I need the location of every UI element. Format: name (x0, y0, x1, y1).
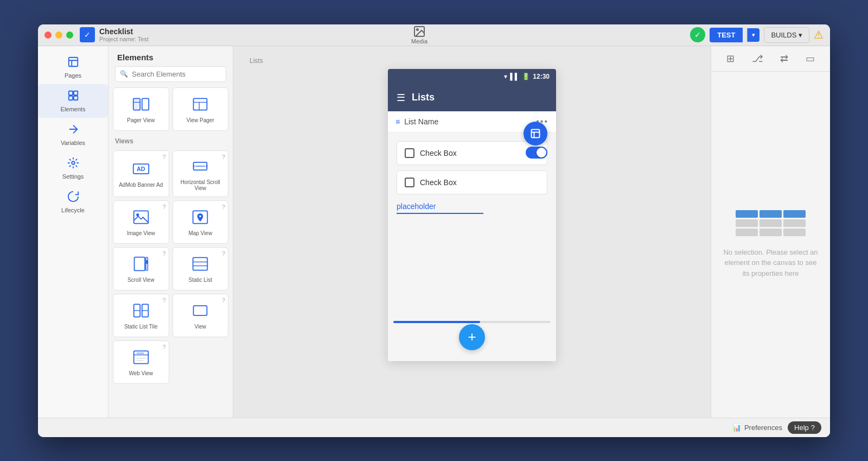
sidebar-item-pages[interactable]: Pages (38, 50, 108, 84)
maximize-button[interactable] (66, 31, 73, 39)
minimize-button[interactable] (55, 31, 62, 39)
svg-rect-8 (73, 96, 77, 99)
close-button[interactable] (44, 31, 52, 39)
layout-cell-2 (760, 210, 782, 218)
layout-preview (736, 210, 806, 236)
main-area: Pages Elements (38, 46, 830, 418)
element-scroll-view[interactable]: ? Scroll View (113, 247, 169, 291)
layout-cell-3 (783, 210, 806, 218)
preferences-icon: 📊 (732, 424, 741, 432)
fab-bottom-button[interactable]: + (459, 324, 485, 350)
svg-rect-38 (532, 129, 540, 137)
right-panel-toolbar: ⊞ ⎇ ⇄ ▭ (711, 46, 830, 72)
help-icon-image[interactable]: ? (162, 204, 165, 210)
hscroll-icon (190, 156, 210, 176)
checkbox-row-1[interactable]: Check Box (397, 141, 547, 165)
sidebar-item-settings[interactable]: Settings (38, 151, 108, 185)
canvas-area: Lists ▾ ▌▌ 🔋 12:30 ☰ Lists (233, 46, 711, 418)
phone-content: ≡ List Name ••• (388, 111, 556, 361)
help-icon-view[interactable]: ? (222, 297, 225, 304)
list-name-text: List Name (404, 117, 438, 126)
svg-rect-5 (68, 91, 72, 94)
search-box: 🔍 (115, 66, 226, 82)
element-pager-view[interactable]: Pager View (113, 87, 169, 131)
help-icon-static-list[interactable]: ? (222, 250, 225, 257)
right-panel: ⊞ ⎇ ⇄ ▭ (711, 46, 830, 418)
sidebar-item-lifecycle[interactable]: Lifecycle (38, 185, 108, 219)
placeholder-input[interactable] (397, 200, 483, 214)
toggle-knob (537, 148, 546, 157)
test-dropdown-button[interactable]: ▾ (747, 28, 760, 42)
phone-statusbar: ▾ ▌▌ 🔋 12:30 (388, 69, 556, 84)
tree-icon[interactable]: ⎇ (752, 53, 763, 65)
media-button[interactable]: Media (411, 25, 427, 45)
media-label: Media (411, 38, 427, 45)
sidebar-item-elements[interactable]: Elements (38, 84, 108, 118)
test-button[interactable]: TEST (710, 28, 743, 42)
phone-navbar: ☰ Lists (388, 84, 556, 111)
svg-rect-2 (68, 57, 78, 66)
alert-icon[interactable]: ⚠ (814, 28, 824, 41)
progress-bar-container (393, 321, 551, 323)
list-name-area: ≡ List Name (395, 117, 438, 126)
status-icons: ▾ ▌▌ 🔋 12:30 (504, 73, 550, 80)
element-web-view[interactable]: ? www Web View (113, 340, 169, 384)
help-button[interactable]: Help ? (788, 421, 821, 434)
help-icon-map[interactable]: ? (222, 204, 225, 210)
element-hscroll[interactable]: ? Horizontal Scroll View (173, 150, 229, 197)
element-admob[interactable]: ? AD AdMob Banner Ad (113, 150, 169, 197)
elements-scroll-area: Pager View View Pager (108, 87, 233, 418)
elements-panel-header: Elements (108, 46, 233, 66)
fab-top-button[interactable] (524, 122, 547, 146)
element-static-list-tile[interactable]: ? Static List Tile (113, 294, 169, 337)
help-icon-static-list-tile[interactable]: ? (162, 297, 165, 304)
checkbox-row-2[interactable]: Check Box (397, 170, 547, 194)
placeholder-field (397, 200, 547, 214)
element-view-pager[interactable]: View Pager (173, 87, 229, 131)
shuffle-icon[interactable]: ⇄ (780, 53, 788, 65)
checkbox-2[interactable] (405, 178, 414, 187)
preferences-button[interactable]: 📊 Preferences (732, 424, 782, 432)
app-title-group: Checklist Project name: Test (99, 27, 149, 42)
view-icon (190, 301, 210, 320)
view-pager-icon (190, 94, 210, 114)
svg-text:AD: AD (137, 166, 145, 172)
svg-point-23 (199, 215, 201, 217)
sidebar-variables-label: Variables (61, 140, 85, 146)
svg-text:www: www (136, 351, 144, 355)
svg-rect-13 (194, 98, 207, 110)
toggle-switch[interactable] (526, 147, 547, 159)
help-icon-admob[interactable]: ? (162, 154, 165, 160)
admob-icon: AD (131, 159, 151, 179)
help-icon-hscroll[interactable]: ? (222, 154, 225, 160)
properties-icon[interactable]: ⊞ (726, 53, 735, 65)
element-view[interactable]: ? View (173, 294, 229, 337)
sidebar-item-variables[interactable]: Variables (38, 118, 108, 151)
svg-rect-10 (133, 98, 140, 110)
layout-cell-6 (783, 219, 806, 227)
signal-icon: ▌▌ (510, 73, 519, 80)
help-icon-web[interactable]: ? (162, 344, 165, 350)
elements-grid: Pager View View Pager (113, 87, 228, 388)
bottom-bar: 📊 Preferences Help ? (38, 418, 830, 437)
help-icon-scroll[interactable]: ? (162, 250, 165, 257)
builds-button[interactable]: BUILDS ▾ (764, 27, 809, 43)
titlebar-center: Media (149, 25, 690, 45)
search-input[interactable] (115, 66, 226, 82)
titlebar-right: ✓ TEST ▾ BUILDS ▾ ⚠ (690, 27, 824, 43)
checkbox-1[interactable] (405, 148, 414, 158)
element-image-view[interactable]: ? Image View (113, 200, 169, 244)
layout-cell-5 (760, 219, 782, 227)
list-icon: ≡ (395, 117, 400, 126)
hamburger-icon[interactable]: ☰ (397, 92, 405, 104)
content-body: Check Box Check Box (388, 132, 556, 223)
toggle-row (526, 147, 547, 159)
element-static-list[interactable]: ? Static List (173, 247, 229, 291)
element-map-view[interactable]: ? Map View (173, 200, 229, 244)
checkbox-1-label: Check Box (420, 149, 457, 157)
tablet-icon[interactable]: ▭ (806, 53, 815, 65)
variables-icon (67, 123, 79, 138)
image-view-label: Image View (127, 230, 155, 236)
search-icon: 🔍 (120, 70, 128, 78)
svg-point-9 (72, 161, 75, 165)
